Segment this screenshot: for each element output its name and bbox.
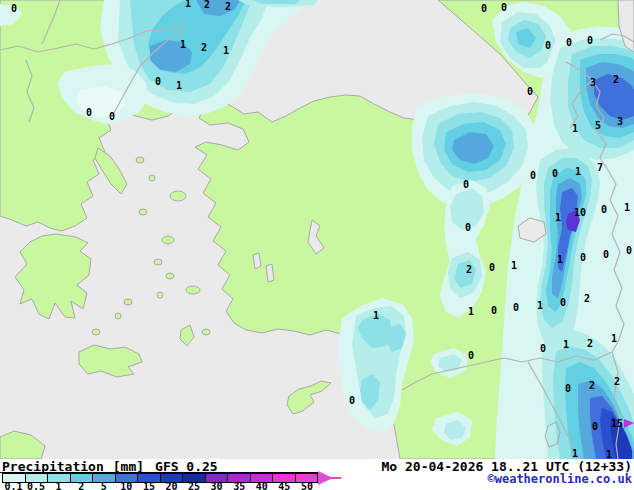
precip-value: 1 [537,300,543,311]
precip-value: 2 [614,376,620,387]
aegean-island [139,209,147,215]
precip-value: 0 [501,2,507,13]
precip-value: 1 [563,339,569,350]
aegean-island [202,329,210,335]
precip-value: 2 [201,42,207,53]
precip-value: 0 [109,111,115,122]
precip-value: 1 [606,449,612,460]
precip-value: 2 [466,264,472,275]
aegean-island [166,273,174,279]
aegean-island [157,292,163,298]
precip-value: 0 [592,421,598,432]
precip-value: 0 [566,37,572,48]
precip-value: 1 [176,80,182,91]
precip-value: 0 [560,297,566,308]
precip-value: 1 [557,254,563,265]
aegean-island [154,259,162,265]
precip-value: 7 [597,162,603,173]
precip-value: 0 [86,107,92,118]
lake-beysehir [253,253,261,269]
precip-value: 0 [349,395,355,406]
precip-value: 2 [587,338,593,349]
precip-value: 3 [617,116,623,127]
precip-value: 0 [468,350,474,361]
precip-value: 0 [603,249,609,260]
precip-value: 10 [574,207,586,218]
scale-label-45: 45 [273,481,296,490]
scale-label-5: 5 [92,481,115,490]
precip-value: 0 [565,383,571,394]
scale-label-30: 30 [205,481,228,490]
precip-value: 1 [555,212,561,223]
precip-value: 1 [185,0,191,9]
precip-value: 0 [530,170,536,181]
aegean-island [186,286,200,294]
precip-value: 1 [223,45,229,56]
scale-label-40: 40 [250,481,273,490]
scale-label-50: 50 [295,481,318,490]
precip-value: 2 [225,1,231,12]
precip-value: 3 [590,77,596,88]
scale-labels: 0.10.5125101520253035404550 [0,483,340,490]
precip-value: 0 [465,222,471,233]
scale-label-0.5: 0.5 [25,481,48,490]
scale-label-35: 35 [228,481,251,490]
scale-label-1: 1 [47,481,70,490]
precip-value: 0 [513,302,519,313]
precip-value: 15 [611,418,623,429]
precip-value: 0 [155,76,161,87]
precip-value: 1 [180,39,186,50]
scale-label-15: 15 [137,481,160,490]
precip-value: 0 [527,86,533,97]
precip-value: 1 [575,166,581,177]
precip-value: 0 [11,3,17,14]
precip-value: 5 [595,120,601,131]
precip-value: 1 [572,123,578,134]
precip-value: 0 [626,245,632,256]
precip-value: 0 [481,3,487,14]
aegean-island [162,236,174,244]
aegean-island [170,191,186,201]
precip-value: 0 [601,204,607,215]
precip-value: 0 [540,343,546,354]
precip-value: 1 [624,202,630,213]
scale-label-25: 25 [183,481,206,490]
precip-value: 0 [580,252,586,263]
aegean-island [92,329,100,335]
precip-value: 0 [545,40,551,51]
scale-label-10: 10 [115,481,138,490]
precip-value: 2 [613,74,619,85]
precip-value: 0 [463,179,469,190]
precip-value: 1 [511,260,517,271]
precip-value: 1 [468,306,474,317]
precip-value: 0 [587,35,593,46]
aegean-island [136,157,144,163]
aegean-island [124,299,132,305]
legend-bar: Precipitation[mm]GFS 0.25 0.10.512510152… [0,459,634,490]
precip-value: 0 [489,262,495,273]
copyright: ©weatheronline.co.uk [488,472,633,486]
precip-value: 1 [373,310,379,321]
aegean-island [149,175,155,181]
precip-value: 1 [611,333,617,344]
precip-value: 1 [572,448,578,459]
scale-label-20: 20 [160,481,183,490]
forecast-map[interactable]: 1220121010000000032153001701100101000012… [0,0,634,459]
lake-egirdir [266,264,274,282]
precip-value: 2 [204,0,210,10]
precip-value: 2 [584,293,590,304]
scale-label-2: 2 [70,481,93,490]
map-canvas[interactable]: 1220121010000000032153001701100101000012… [0,0,634,459]
precip-value: 2 [589,380,595,391]
weather-map-page: 1220121010000000032153001701100101000012… [0,0,634,490]
precip-value: 0 [491,305,497,316]
precip-value: 0 [552,168,558,179]
aegean-island [115,313,121,319]
scale-label-0.1: 0.1 [2,481,25,490]
